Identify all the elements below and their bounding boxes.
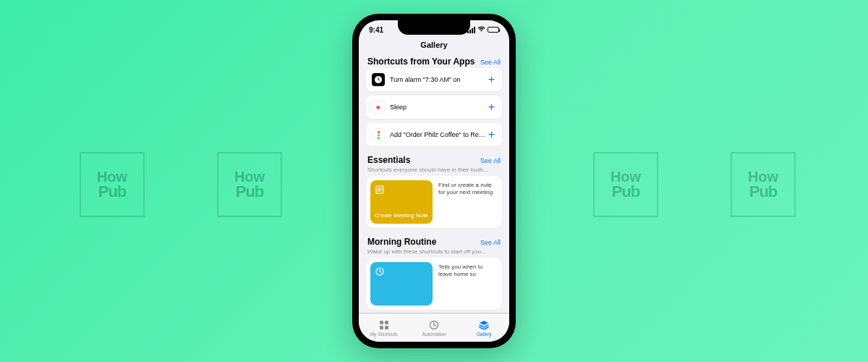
shortcut-tile [370,262,433,306]
shortcut-card[interactable]: Tells you when to leave home so [366,258,502,310]
svg-rect-3 [380,321,383,324]
section-essentials: Essentials See All Shortcuts everyone sh… [359,152,509,228]
wifi-icon [477,26,485,33]
phone-frame: 9:41 Gallery Shortcuts from Your Apps Se… [352,14,516,348]
status-indicators [467,26,499,33]
note-icon [375,185,385,195]
watermark-logo: HowPub [217,152,282,217]
add-button[interactable]: + [487,73,496,86]
shortcut-row[interactable]: Add "Order Philz Coffee" to Remin... + [366,123,502,146]
shortcut-label: Turn alarm "7:30 AM" on [390,76,487,83]
see-all-link[interactable]: See All [480,157,501,164]
section-subtitle: Shortcuts everyone should have in their … [366,167,502,176]
watermark-logo: HowPub [80,152,145,217]
grid-icon [378,319,390,331]
shortcut-row[interactable]: ♥ Sleep + [366,96,502,119]
phone-notch [398,20,470,35]
tab-label: Gallery [477,332,492,337]
automation-icon [428,319,440,331]
tab-automation[interactable]: Automation [409,313,459,342]
watermark-logo: HowPub [593,152,658,217]
shortcut-tile: Create Meeting Note [370,180,433,224]
tab-label: Automation [422,332,446,337]
page-title: Gallery [359,39,509,54]
tile-description: Tells you when to leave home so [438,262,498,306]
tab-bar: My Shortcuts Automation Gallery [359,313,509,342]
status-time: 9:41 [369,26,383,34]
shortcut-label: Sleep [390,104,487,111]
section-morning-routine: Morning Routine See All Wake up with the… [359,234,509,310]
shortcut-label: Add "Order Philz Coffee" to Remin... [390,131,487,138]
section-title: Morning Routine [367,237,436,247]
add-button[interactable]: + [487,101,496,114]
health-icon: ♥ [372,101,385,114]
gallery-icon [478,319,490,331]
see-all-link[interactable]: See All [480,59,501,66]
see-all-link[interactable]: See All [480,239,501,246]
shortcut-card[interactable]: Create Meeting Note Find or create a not… [366,176,502,228]
svg-rect-4 [385,321,388,324]
tile-title: Create Meeting Note [375,213,428,219]
tile-description: Find or create a note for your next meet… [438,180,498,224]
svg-rect-6 [385,326,388,329]
tab-gallery[interactable]: Gallery [459,313,509,342]
gallery-content[interactable]: Shortcuts from Your Apps See All Turn al… [359,54,509,313]
section-title: Shortcuts from Your Apps [367,56,475,67]
battery-icon [488,27,499,33]
shortcut-row[interactable]: Turn alarm "7:30 AM" on + [366,68,502,91]
watermark-logo: HowPub [731,152,796,217]
tab-my-shortcuts[interactable]: My Shortcuts [359,313,409,342]
phone-screen: 9:41 Gallery Shortcuts from Your Apps Se… [359,20,509,342]
section-title: Essentials [367,155,410,165]
section-shortcuts-from-apps: Shortcuts from Your Apps See All Turn al… [359,54,509,146]
clock-icon [375,266,385,277]
reminders-icon [372,128,385,141]
clock-icon [372,73,385,86]
tab-label: My Shortcuts [370,332,398,337]
add-button[interactable]: + [487,128,496,141]
section-subtitle: Wake up with these shortcuts to start of… [366,248,502,258]
svg-rect-5 [380,326,383,329]
